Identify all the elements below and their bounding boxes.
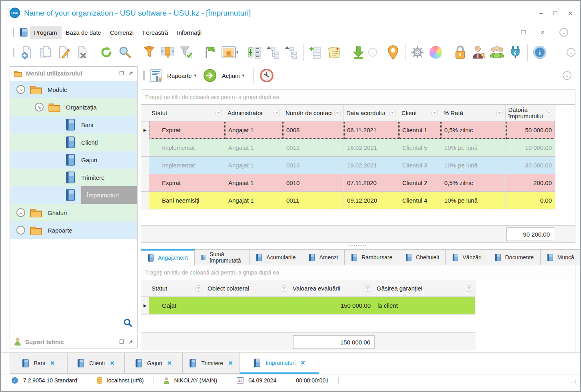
filter-check-button[interactable] bbox=[177, 43, 195, 62]
tab-close-icon[interactable]: ✕ bbox=[167, 360, 172, 367]
window-tab-clienti[interactable]: Clienți ✕ bbox=[67, 353, 125, 374]
filter-funnel-icon[interactable] bbox=[215, 109, 222, 117]
col-administrator[interactable]: Administrator bbox=[225, 105, 283, 121]
reports-menu-button[interactable]: Rapoarte bbox=[167, 72, 192, 79]
filter-button[interactable] bbox=[140, 43, 158, 62]
flag-button[interactable] bbox=[201, 43, 220, 62]
window-close-button[interactable]: ✕ bbox=[568, 10, 573, 17]
tree-item-ghiduri[interactable]: → Ghiduri bbox=[10, 204, 137, 221]
actions-icon[interactable] bbox=[201, 66, 219, 85]
tree-item-rapoarte[interactable]: → Rapoarte bbox=[10, 221, 137, 239]
expand-arrow-icon[interactable]: → bbox=[16, 226, 25, 235]
window-minimize-button[interactable]: – bbox=[539, 10, 543, 17]
toolbar-overflow-button[interactable]: ⌄ bbox=[567, 48, 575, 57]
menu-informatii[interactable]: Informații bbox=[172, 26, 206, 39]
filter-funnel-icon[interactable] bbox=[334, 109, 341, 117]
tab-close-icon[interactable]: ✕ bbox=[228, 360, 233, 367]
menu-program[interactable]: Program bbox=[30, 26, 62, 39]
settings-gear-button[interactable] bbox=[408, 43, 427, 62]
collapse-tree-button[interactable] bbox=[264, 43, 282, 62]
tab-suma-imprumutata[interactable]: Sumă împrumutată bbox=[195, 249, 250, 265]
group-by-bar[interactable]: Trageți un titlu de coloană aici pentru … bbox=[141, 90, 575, 104]
window-maximize-button[interactable]: □ bbox=[553, 10, 557, 17]
users-group-button[interactable] bbox=[488, 43, 506, 62]
tab-amenzi[interactable]: Amenzi bbox=[302, 249, 345, 265]
tree-search-icon[interactable] bbox=[124, 318, 132, 327]
filter-funnel-icon[interactable] bbox=[465, 285, 473, 292]
menu-comenzi[interactable]: Comenzi bbox=[106, 26, 138, 39]
tab-documente[interactable]: Documente bbox=[488, 249, 541, 265]
window-tab-trimitere[interactable]: Trimitere ✕ bbox=[182, 353, 240, 374]
collapse-arrow-icon[interactable]: ↘ bbox=[35, 103, 44, 111]
col-datoria[interactable]: Datoria împrumutului bbox=[506, 105, 555, 121]
user-access-button[interactable] bbox=[469, 43, 488, 62]
panel-restore-icon[interactable]: ❐ bbox=[119, 70, 124, 76]
tab-angajament[interactable]: Angajament bbox=[141, 249, 195, 265]
tab-cheltuieli[interactable]: Cheltuieli bbox=[399, 249, 446, 265]
mdi-restore-button[interactable]: ❐ bbox=[521, 29, 526, 36]
filter-funnel-icon[interactable] bbox=[496, 109, 503, 117]
tab-close-icon[interactable]: ✕ bbox=[50, 360, 55, 367]
tree-item-trimitere[interactable]: Trimitere bbox=[10, 169, 137, 186]
timer-clock-button[interactable] bbox=[258, 66, 276, 85]
filter-funnel-icon[interactable] bbox=[273, 109, 280, 117]
search-button[interactable] bbox=[116, 43, 134, 62]
tab-acumularile[interactable]: Acumularile bbox=[250, 249, 302, 265]
col-statut[interactable]: Statut bbox=[149, 105, 225, 121]
expand-rows-button[interactable] bbox=[245, 43, 264, 62]
tab-close-icon[interactable]: ✕ bbox=[300, 359, 305, 366]
image-dropdown-caret[interactable]: ▼ bbox=[236, 50, 239, 54]
splitter-handle[interactable]: •••••••• bbox=[141, 243, 575, 248]
filter-funnel-icon[interactable] bbox=[545, 109, 553, 117]
menu-fereastra[interactable]: Fereastră bbox=[138, 26, 172, 39]
window-tab-bani[interactable]: Bani ✕ bbox=[10, 353, 67, 374]
support-restore-icon[interactable]: ❐ bbox=[119, 339, 124, 345]
new-record-button[interactable] bbox=[18, 43, 36, 62]
filter-funnel-icon[interactable] bbox=[364, 285, 371, 292]
map-pin-button[interactable] bbox=[384, 43, 402, 62]
expand-tree-button[interactable] bbox=[282, 43, 300, 62]
col-numar-contact[interactable]: Număr de contact bbox=[283, 105, 344, 121]
resize-grip[interactable]: ⢀⣠ bbox=[569, 377, 577, 383]
lock-button[interactable] bbox=[451, 43, 469, 62]
support-panel[interactable]: Suport tehnic ❐ 📌︎ bbox=[10, 335, 138, 348]
col-obiect-colateral[interactable]: Obiect colateral bbox=[205, 280, 290, 297]
filter-funnel-icon[interactable] bbox=[195, 285, 202, 292]
menubar-grip[interactable] bbox=[13, 28, 14, 37]
filter-funnel-icon[interactable] bbox=[389, 109, 396, 117]
export-download-button[interactable] bbox=[349, 43, 367, 62]
delete-record-button[interactable] bbox=[73, 43, 91, 62]
export-overflow-button[interactable]: ⌄ bbox=[367, 43, 378, 62]
actions-menu-button[interactable]: Acțiuni bbox=[222, 72, 240, 79]
expand-arrow-icon[interactable]: → bbox=[16, 208, 25, 217]
support-pin-icon[interactable]: 📌︎ bbox=[128, 339, 133, 345]
window-tab-gajuri[interactable]: Gajuri ✕ bbox=[125, 353, 182, 374]
group-by-bar[interactable]: Trageți un titlu de coloană aici pentru … bbox=[141, 265, 575, 280]
col-statut[interactable]: Statut bbox=[149, 280, 205, 297]
menu-baza-de-date[interactable]: Baza de date bbox=[62, 26, 106, 39]
tree-item-clienti[interactable]: Clienți bbox=[10, 133, 137, 151]
edit-record-button[interactable] bbox=[54, 43, 73, 62]
col-client[interactable]: Client bbox=[399, 105, 441, 121]
mdi-close-button[interactable]: ✕ bbox=[540, 29, 545, 36]
collapse-arrow-icon[interactable]: ↘ bbox=[16, 85, 25, 94]
subbar-grip[interactable] bbox=[143, 71, 145, 80]
actions-caret-icon[interactable]: ▼ bbox=[242, 74, 245, 78]
copy-record-button[interactable] bbox=[36, 43, 54, 62]
tab-vanzari[interactable]: Vânzări bbox=[446, 249, 488, 265]
add-column-button[interactable] bbox=[306, 43, 325, 62]
tab-rambursare[interactable]: Rambursare bbox=[345, 249, 399, 265]
panel-pin-icon[interactable]: 📌︎ bbox=[128, 70, 133, 76]
info-button[interactable]: i bbox=[531, 43, 549, 62]
col-data-acordului[interactable]: Data acordului bbox=[344, 105, 399, 121]
reports-caret-icon[interactable]: ▼ bbox=[194, 74, 197, 78]
notes-button[interactable] bbox=[325, 43, 343, 62]
tree-item-imprumuturi[interactable]: Împrumuturi bbox=[10, 186, 137, 204]
filter-funnel-icon[interactable] bbox=[431, 109, 438, 117]
tab-munca[interactable]: Muncă bbox=[541, 249, 581, 265]
toolbar-grip[interactable] bbox=[13, 48, 14, 57]
color-theme-button[interactable] bbox=[427, 43, 445, 62]
refresh-button[interactable] bbox=[97, 43, 116, 62]
plugin-button[interactable] bbox=[506, 43, 525, 62]
mdi-minimize-button[interactable]: – bbox=[503, 29, 507, 36]
